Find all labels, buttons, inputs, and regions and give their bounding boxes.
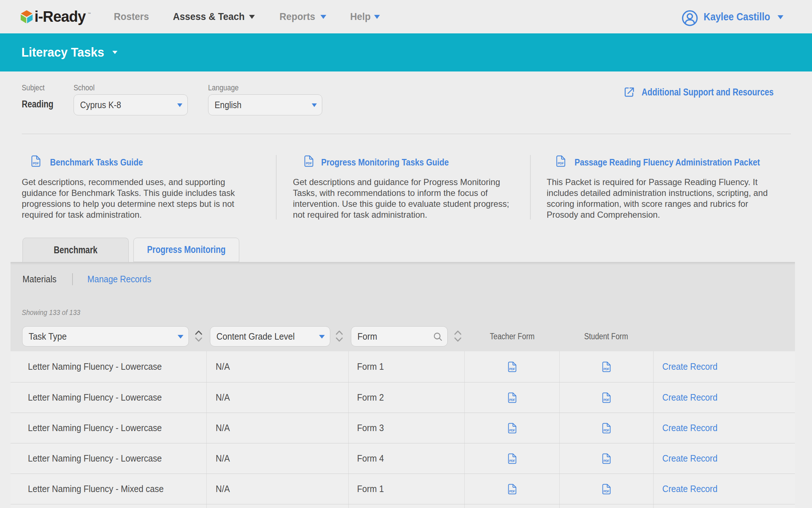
task-type-filter[interactable]: Task Type <box>22 326 189 347</box>
create-record-link[interactable]: Create Record <box>654 474 795 504</box>
svg-text:PDF: PDF <box>509 459 515 462</box>
reports-caret-icon <box>320 15 326 19</box>
additional-support-label: Additional Support and Resources <box>642 87 803 98</box>
create-record-link[interactable]: Create Record <box>654 443 795 474</box>
cell-grade <box>207 504 349 508</box>
cell-teacher-form: PDF <box>465 351 560 382</box>
help-caret-icon <box>374 15 380 19</box>
tab-progress-monitoring[interactable]: Progress Monitoring <box>133 238 239 262</box>
progress-guide-description: Get descriptions and guidance for Progre… <box>293 177 517 220</box>
nav-item-rosters[interactable]: Rosters <box>114 0 152 33</box>
cell-student-form: PDF <box>560 413 654 443</box>
user-menu[interactable]: Kaylee Castillo <box>704 0 778 33</box>
svg-text:PDF: PDF <box>509 367 515 370</box>
pdf-icon-benchmark-guide[interactable]: PDF <box>31 155 41 167</box>
subnav-manage-records[interactable]: Manage Records <box>87 262 159 296</box>
user-avatar-icon[interactable] <box>682 10 698 26</box>
student-form-pdf-icon[interactable]: PDF <box>602 484 611 495</box>
additional-support-link[interactable]: Additional Support and Resources <box>625 83 803 102</box>
language-dropdown-caret-icon <box>312 103 317 107</box>
language-dropdown-value: English <box>215 99 241 111</box>
cell-task-type: Letter Naming Fluency - Mixed case <box>11 474 207 504</box>
table-row: Letter Naming Fluency - Lowercase N/A Fo… <box>11 413 795 443</box>
svg-text:PDF: PDF <box>604 367 609 370</box>
materials-table: Letter Naming Fluency - Lowercase N/A Fo… <box>11 351 795 508</box>
content-grade-caret-icon <box>319 335 325 339</box>
form-search-filter[interactable]: Form <box>351 326 448 347</box>
search-icon <box>433 332 443 341</box>
content-grade-filter[interactable]: Content Grade Level <box>210 326 330 347</box>
subnav-divider <box>72 273 73 285</box>
passage-packet-description: This Packet is required for Passage Read… <box>547 177 776 220</box>
cell-grade: N/A <box>207 443 349 474</box>
svg-text:PDF: PDF <box>509 489 515 493</box>
student-form-pdf-icon[interactable]: PDF <box>602 423 611 434</box>
student-form-pdf-icon[interactable]: PDF <box>602 361 611 372</box>
sort-form[interactable] <box>454 330 461 343</box>
nav-item-help[interactable]: Help <box>350 0 372 33</box>
svg-text:PDF: PDF <box>33 161 39 165</box>
create-record-link[interactable]: Create Record <box>654 413 795 443</box>
cell-form: Form 4 <box>349 443 465 474</box>
column-header-teacher-form: Teacher Form <box>486 326 538 347</box>
create-record-link[interactable]: Create Record <box>654 351 795 382</box>
student-form-pdf-icon[interactable]: PDF <box>602 453 611 464</box>
content-grade-filter-label: Content Grade Level <box>216 331 295 342</box>
cell-teacher-form: PDF <box>465 474 560 504</box>
external-link-icon <box>625 87 634 97</box>
nav-item-assess-teach[interactable]: Assess & Teach <box>173 0 250 33</box>
brand-logo-text[interactable]: i-Ready™ <box>34 0 91 33</box>
benchmark-panel: Materials Manage Records Showing 133 of … <box>11 262 795 351</box>
nav-item-reports[interactable]: Reports <box>279 0 318 33</box>
school-label: School <box>74 83 98 93</box>
showing-count: Showing 133 of 133 <box>22 308 89 317</box>
subnav-materials[interactable]: Materials <box>22 262 61 296</box>
task-type-filter-label: Task Type <box>29 331 67 342</box>
teacher-form-pdf-icon[interactable]: PDF <box>508 484 517 495</box>
table-row: Letter Naming Fluency - Lowercase N/A Fo… <box>11 443 795 474</box>
sort-task-type[interactable] <box>195 330 202 343</box>
student-form-pdf-icon[interactable]: PDF <box>602 392 611 403</box>
svg-text:PDF: PDF <box>604 459 609 462</box>
table-row: Letter Naming Fluency - Mixed case N/A F… <box>11 474 795 504</box>
benchmark-guide-link[interactable]: Benchmark Tasks Guide <box>50 156 160 169</box>
teacher-form-pdf-icon[interactable]: PDF <box>508 453 517 464</box>
tab-benchmark[interactable]: Benchmark <box>22 238 129 262</box>
subject-label: Subject <box>22 83 48 93</box>
cell-create-record <box>654 504 795 508</box>
progress-guide-link[interactable]: Progress Monitoring Tasks Guide <box>321 156 471 169</box>
cell-grade: N/A <box>207 351 349 382</box>
task-type-caret-icon <box>178 335 183 339</box>
school-dropdown-caret-icon <box>177 103 182 107</box>
cell-student-form: PDF <box>560 382 654 413</box>
svg-text:PDF: PDF <box>509 428 515 432</box>
teacher-form-pdf-icon[interactable]: PDF <box>508 361 517 372</box>
assess-teach-caret-icon <box>249 15 255 19</box>
cell-task-type: Letter Naming Fluency - Lowercase <box>11 382 207 413</box>
card-divider-2 <box>530 155 531 220</box>
cell-student-form <box>560 504 654 508</box>
language-dropdown[interactable]: English <box>208 94 322 115</box>
pdf-icon-passage-packet[interactable]: PDF <box>556 155 566 167</box>
passage-packet-link[interactable]: Passage Reading Fluency Administration P… <box>575 156 793 169</box>
cell-form: Form 1 <box>349 474 465 504</box>
svg-text:PDF: PDF <box>604 489 609 493</box>
cell-form <box>349 504 465 508</box>
school-dropdown[interactable]: Cyprus K-8 <box>74 94 188 115</box>
teacher-form-pdf-icon[interactable]: PDF <box>508 392 517 403</box>
cell-task-type: Letter Naming Fluency - Lowercase <box>11 351 207 382</box>
cell-teacher-form: PDF <box>465 413 560 443</box>
create-record-link[interactable]: Create Record <box>654 382 795 413</box>
cell-student-form: PDF <box>560 443 654 474</box>
teacher-form-pdf-icon[interactable]: PDF <box>508 423 517 434</box>
cell-form: Form 1 <box>349 351 465 382</box>
user-caret-icon <box>778 15 783 19</box>
page-title-caret-icon[interactable] <box>112 51 117 54</box>
cell-student-form: PDF <box>560 474 654 504</box>
sort-content-grade[interactable] <box>336 330 343 343</box>
table-row-partial <box>11 504 795 508</box>
cell-grade: N/A <box>207 382 349 413</box>
pdf-icon-progress-guide[interactable]: PDF <box>304 155 314 167</box>
cell-teacher-form: PDF <box>465 443 560 474</box>
iready-cube-icon <box>20 9 33 24</box>
